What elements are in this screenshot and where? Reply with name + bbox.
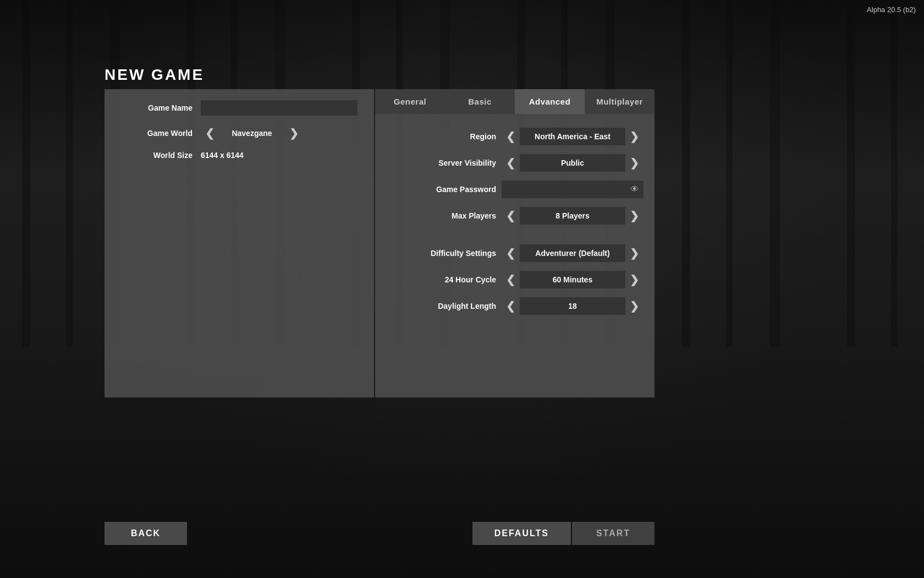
tab-advanced[interactable]: Advanced bbox=[515, 89, 585, 114]
server-visibility-value: Public bbox=[520, 154, 625, 172]
region-control: ❮ North America - East ❯ bbox=[502, 128, 644, 145]
tab-general[interactable]: General bbox=[375, 89, 445, 114]
world-size-row: World Size 6144 x 6144 bbox=[121, 151, 358, 160]
game-world-value: Navezgane bbox=[219, 129, 285, 138]
right-content: Region ❮ North America - East ❯ Server V… bbox=[375, 114, 654, 397]
game-name-input[interactable] bbox=[201, 100, 358, 116]
content-area: Game Name Game World ❮ Navezgane ❯ World… bbox=[105, 89, 654, 397]
separator bbox=[386, 233, 644, 244]
difficulty-settings-value: Adventurer (Default) bbox=[520, 244, 625, 262]
server-visibility-next-button[interactable]: ❯ bbox=[625, 155, 644, 171]
page-title: NEW GAME bbox=[105, 66, 654, 84]
max-players-next-button[interactable]: ❯ bbox=[625, 208, 644, 223]
daylight-length-control: ❮ 18 ❯ bbox=[502, 297, 644, 315]
world-size-value: 6144 x 6144 bbox=[201, 151, 244, 160]
version-label: Alpha 20.5 (b2) bbox=[867, 6, 916, 14]
max-players-control: ❮ 8 Players ❯ bbox=[502, 207, 644, 225]
main-container: NEW GAME Game Name Game World ❮ Navezgan… bbox=[105, 66, 654, 397]
max-players-row: Max Players ❮ 8 Players ❯ bbox=[386, 207, 644, 225]
region-next-button[interactable]: ❯ bbox=[625, 129, 644, 144]
hour-cycle-label: 24 Hour Cycle bbox=[386, 275, 496, 284]
hour-cycle-next-button[interactable]: ❯ bbox=[625, 272, 644, 287]
server-visibility-prev-button[interactable]: ❮ bbox=[502, 155, 520, 171]
game-world-row: Game World ❮ Navezgane ❯ bbox=[121, 126, 358, 141]
eye-icon[interactable]: 👁 bbox=[630, 184, 639, 194]
start-button[interactable]: START bbox=[572, 522, 654, 545]
back-button[interactable]: BACK bbox=[105, 522, 187, 545]
server-visibility-label: Server Visibility bbox=[386, 159, 496, 167]
game-world-prev-button[interactable]: ❮ bbox=[201, 126, 219, 141]
max-players-prev-button[interactable]: ❮ bbox=[502, 208, 520, 223]
hour-cycle-value: 60 Minutes bbox=[520, 271, 625, 288]
left-panel: Game Name Game World ❮ Navezgane ❯ World… bbox=[105, 89, 374, 397]
difficulty-settings-row: Difficulty Settings ❮ Adventurer (Defaul… bbox=[386, 244, 644, 262]
difficulty-prev-button[interactable]: ❮ bbox=[502, 246, 520, 261]
region-label: Region bbox=[386, 132, 496, 141]
hour-cycle-row: 24 Hour Cycle ❮ 60 Minutes ❯ bbox=[386, 271, 644, 288]
difficulty-settings-label: Difficulty Settings bbox=[386, 249, 496, 258]
hour-cycle-control: ❮ 60 Minutes ❯ bbox=[502, 271, 644, 288]
daylight-length-next-button[interactable]: ❯ bbox=[625, 298, 644, 314]
region-value: North America - East bbox=[520, 128, 625, 145]
daylight-length-label: Daylight Length bbox=[386, 302, 496, 310]
world-size-label: World Size bbox=[121, 151, 193, 160]
tabs-bar: General Basic Advanced Multiplayer bbox=[375, 89, 654, 114]
daylight-length-value: 18 bbox=[520, 297, 625, 315]
game-password-row: Game Password 👁 bbox=[386, 181, 644, 198]
game-password-input[interactable] bbox=[506, 185, 630, 194]
server-visibility-control: ❮ Public ❯ bbox=[502, 154, 644, 172]
password-field: 👁 bbox=[502, 181, 644, 198]
difficulty-settings-control: ❮ Adventurer (Default) ❯ bbox=[502, 244, 644, 262]
game-world-label: Game World bbox=[121, 129, 193, 138]
daylight-length-row: Daylight Length ❮ 18 ❯ bbox=[386, 297, 644, 315]
region-prev-button[interactable]: ❮ bbox=[502, 129, 520, 144]
game-name-row: Game Name bbox=[121, 100, 358, 116]
hour-cycle-prev-button[interactable]: ❮ bbox=[502, 272, 520, 287]
daylight-length-prev-button[interactable]: ❮ bbox=[502, 298, 520, 314]
game-world-next-button[interactable]: ❯ bbox=[285, 126, 303, 141]
max-players-label: Max Players bbox=[386, 211, 496, 220]
right-buttons: DEFAULTS START bbox=[472, 522, 654, 545]
region-row: Region ❮ North America - East ❯ bbox=[386, 128, 644, 145]
bottom-bar: BACK DEFAULTS START bbox=[105, 522, 654, 545]
tab-multiplayer[interactable]: Multiplayer bbox=[585, 89, 654, 114]
right-panel: General Basic Advanced Multiplayer Regio… bbox=[375, 89, 654, 397]
game-password-control: 👁 bbox=[502, 181, 644, 198]
defaults-button[interactable]: DEFAULTS bbox=[472, 522, 571, 545]
game-password-label: Game Password bbox=[386, 185, 496, 194]
tab-basic[interactable]: Basic bbox=[445, 89, 515, 114]
difficulty-next-button[interactable]: ❯ bbox=[625, 246, 644, 261]
max-players-value: 8 Players bbox=[520, 207, 625, 225]
server-visibility-row: Server Visibility ❮ Public ❯ bbox=[386, 154, 644, 172]
game-world-control: ❮ Navezgane ❯ bbox=[201, 126, 303, 141]
game-name-label: Game Name bbox=[121, 103, 193, 112]
